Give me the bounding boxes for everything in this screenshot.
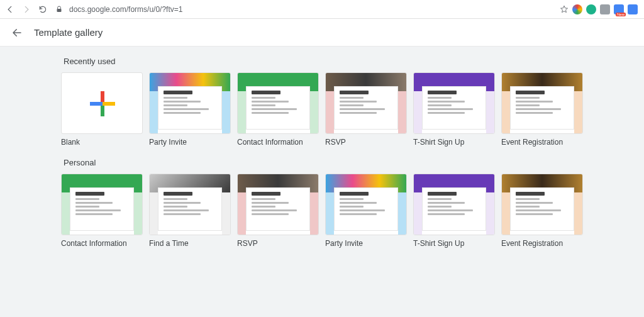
template-card[interactable]: T-Shirt Sign Up (413, 174, 495, 248)
template-card[interactable]: RSVP (325, 72, 407, 147)
template-thumb (61, 174, 143, 235)
template-card[interactable]: Party Invite (149, 72, 231, 147)
template-card-label: Find a Time (149, 239, 231, 248)
template-card-label: Party Invite (325, 239, 407, 248)
template-thumb (237, 72, 319, 134)
nav-forward-button[interactable] (20, 3, 33, 16)
extension-icon[interactable]: New (614, 4, 624, 14)
template-card-label: RSVP (325, 138, 407, 147)
template-thumb (501, 174, 583, 235)
extension-icon[interactable] (586, 4, 596, 14)
template-card[interactable]: Contact Information (61, 174, 143, 248)
template-card[interactable]: T-Shirt Sign Up (413, 72, 495, 147)
template-card-label: T-Shirt Sign Up (413, 239, 495, 248)
template-thumb (149, 72, 231, 134)
template-card[interactable]: Contact Information (237, 72, 319, 147)
bookmark-star-icon[interactable] (560, 5, 569, 14)
template-card-label: RSVP (237, 239, 319, 248)
template-card[interactable]: Event Registration (501, 174, 583, 248)
template-card[interactable]: RSVP (237, 174, 319, 248)
template-thumb (413, 72, 495, 134)
template-row: Blank Party Invite Contact Information (61, 72, 583, 147)
nav-reload-button[interactable] (36, 3, 49, 16)
browser-toolbar: docs.google.com/forms/u/0/?ftv=1 New (0, 0, 644, 19)
template-thumb (325, 72, 407, 134)
extension-tray: New (572, 4, 638, 14)
page-header: Template gallery (0, 19, 644, 47)
template-card[interactable]: Find a Time (149, 174, 231, 248)
template-card-label: Contact Information (237, 138, 319, 147)
template-thumb (61, 72, 143, 134)
gallery-back-button[interactable] (11, 27, 23, 38)
template-thumb (149, 174, 231, 235)
template-section: Recently used Blank Party Invite (61, 57, 583, 147)
page-title: Template gallery (34, 27, 103, 38)
extension-icon[interactable] (628, 4, 638, 14)
template-card-label: Party Invite (149, 138, 231, 147)
template-thumb (237, 174, 319, 235)
lock-icon (55, 6, 63, 13)
template-card-label: Event Registration (501, 138, 583, 147)
extension-icon[interactable] (572, 4, 582, 14)
svg-rect-0 (57, 9, 62, 12)
nav-back-button[interactable] (4, 3, 16, 16)
template-card-label: Contact Information (61, 239, 143, 248)
gallery-content: Recently used Blank Party Invite (0, 47, 644, 317)
section-label: Personal (64, 158, 583, 167)
template-row: Contact Information Find a Time RSVP (61, 174, 583, 248)
template-card[interactable]: Party Invite (325, 174, 407, 248)
template-card-label: T-Shirt Sign Up (413, 138, 495, 147)
template-card-label: Blank (61, 138, 143, 147)
template-card[interactable]: Event Registration (501, 72, 583, 147)
template-thumb (413, 174, 495, 235)
template-section: Personal Contact Information Find a Time (61, 158, 583, 248)
address-bar[interactable]: docs.google.com/forms/u/0/?ftv=1 (67, 5, 556, 14)
extension-icon[interactable] (600, 4, 610, 14)
template-card[interactable]: Blank (61, 72, 143, 147)
template-thumb (325, 174, 407, 235)
section-label: Recently used (64, 57, 583, 66)
template-card-label: Event Registration (501, 239, 583, 248)
template-thumb (501, 72, 583, 134)
